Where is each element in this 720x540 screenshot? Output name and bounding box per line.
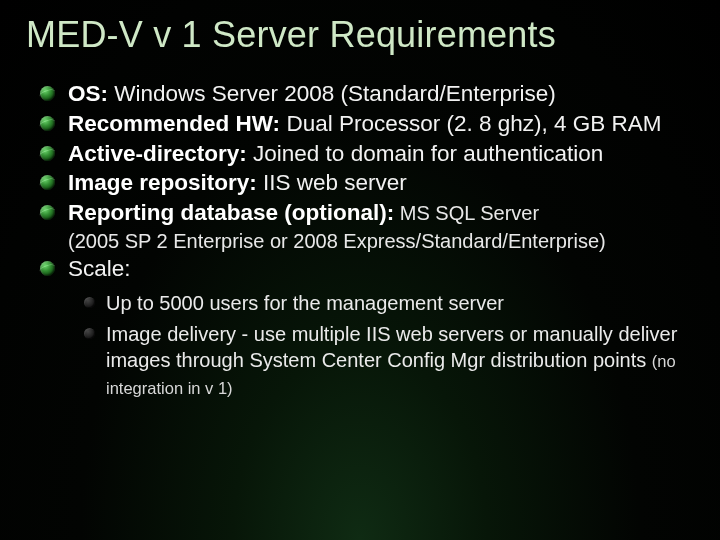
item-text: Dual Processor (2. 8 ghz), 4 GB RAM <box>280 111 661 136</box>
item-label: Image repository: <box>68 170 257 195</box>
item-text: : <box>124 256 130 281</box>
list-item: Active-directory: Joined to domain for a… <box>36 139 694 169</box>
bullet-list: OS: Windows Server 2008 (Standard/Enterp… <box>26 79 694 284</box>
list-item: OS: Windows Server 2008 (Standard/Enterp… <box>36 79 694 109</box>
item-label: OS: <box>68 81 108 106</box>
list-item: Image repository: IIS web server <box>36 168 694 198</box>
item-text: Windows Server 2008 (Standard/Enterprise… <box>108 81 556 106</box>
item-label: Reporting database (optional): <box>68 200 394 225</box>
sub-list-item: Image delivery - use multiple IIS web se… <box>82 321 694 401</box>
sub-item-text: Image delivery - use multiple IIS web se… <box>106 323 677 372</box>
sub-list-item: Up to 5000 users for the management serv… <box>82 290 694 317</box>
slide: MED-V v 1 Server Requirements OS: Window… <box>0 0 720 540</box>
list-item: Recommended HW: Dual Processor (2. 8 ghz… <box>36 109 694 139</box>
item-text: MS SQL Server <box>394 202 539 224</box>
list-item: Reporting database (optional): MS SQL Se… <box>36 198 694 254</box>
slide-title: MED-V v 1 Server Requirements <box>26 14 694 55</box>
item-label: Scale <box>68 256 124 281</box>
list-item: Scale: <box>36 254 694 284</box>
item-aside: (2005 SP 2 Enterprise or 2008 Express/St… <box>68 228 694 254</box>
item-label: Recommended HW: <box>68 111 280 136</box>
item-text: IIS web server <box>257 170 407 195</box>
item-text: Joined to domain for authentication <box>247 141 603 166</box>
sub-item-text: Up to 5000 users for the management serv… <box>106 292 504 314</box>
sub-list: Up to 5000 users for the management serv… <box>26 290 694 400</box>
item-label: Active-directory: <box>68 141 247 166</box>
